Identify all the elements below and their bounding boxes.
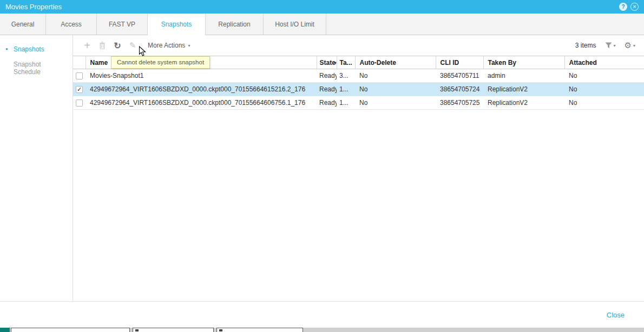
chevron-down-icon: ▾ bbox=[614, 43, 616, 48]
sidebar-item-snapshots[interactable]: ● Snapshots bbox=[0, 42, 73, 57]
column-header-cli-id[interactable]: CLI ID bbox=[436, 56, 483, 69]
cell-cli-id: 38654705724 bbox=[436, 83, 483, 96]
tooltip: Cannot delete system snapshot bbox=[111, 56, 210, 69]
more-actions-button[interactable]: More Actions ▾ bbox=[148, 42, 190, 49]
title-bar: Movies Properties ? × bbox=[0, 0, 644, 14]
column-header-attached[interactable]: Attached bbox=[564, 56, 644, 69]
column-header-taken[interactable]: Ta... bbox=[337, 56, 355, 69]
dialog-body: ● Snapshots Snapshot Schedule + bbox=[0, 35, 644, 301]
chevron-down-icon: ▾ bbox=[188, 43, 190, 48]
table-row[interactable]: Movies-Snapshot1 Ready 3... No 386547057… bbox=[73, 69, 644, 83]
filter-button[interactable]: ▾ bbox=[605, 42, 616, 49]
cell-attached: No bbox=[564, 83, 644, 96]
content-pane: + ↻ ✎ More Actions ▾ bbox=[73, 35, 644, 301]
row-checkbox[interactable]: ✓ bbox=[76, 86, 83, 93]
cell-cli-id: 38654705725 bbox=[436, 96, 483, 110]
cell-name: 42949672964_VIRT1606SBZDXD_0000.ckpt000_… bbox=[86, 96, 317, 110]
tab-snapshots[interactable]: Snapshots bbox=[148, 14, 206, 35]
sidebar-item-label: Snapshots bbox=[14, 45, 44, 53]
sort-desc-icon: ▾ bbox=[334, 61, 336, 65]
cell-attached: No bbox=[564, 96, 644, 110]
cell-taken: 3... bbox=[337, 69, 355, 83]
cell-taken-by: admin bbox=[483, 69, 564, 83]
dialog-title: Movies Properties bbox=[5, 3, 62, 11]
column-header-state[interactable]: State ▾ bbox=[317, 56, 337, 69]
tab-access[interactable]: Access bbox=[46, 14, 97, 35]
edit-snapshot-button[interactable]: ✎ bbox=[125, 41, 140, 50]
help-icon[interactable]: ? bbox=[619, 3, 627, 11]
cell-taken: 1... bbox=[337, 96, 355, 110]
cell-name: 42949672964_VIRT1606SBZDXD_0000.ckpt000_… bbox=[86, 83, 317, 96]
toolbar-right-group: 3 items ▾ ⚙ ▾ bbox=[575, 41, 635, 50]
tiny-icon bbox=[219, 329, 222, 331]
cell-auto-delete: No bbox=[355, 83, 436, 96]
check-icon: ✓ bbox=[77, 87, 82, 92]
column-header-taken-by[interactable]: Taken By bbox=[483, 56, 564, 69]
cell-taken: 1... bbox=[337, 83, 355, 96]
active-bullet-icon: ● bbox=[5, 47, 10, 51]
cell-state: Ready bbox=[317, 83, 337, 96]
table-row[interactable]: 42949672964_VIRT1606SBZDXD_0000.ckpt000_… bbox=[73, 96, 644, 110]
sidebar: ● Snapshots Snapshot Schedule bbox=[0, 35, 73, 301]
add-snapshot-button[interactable]: + bbox=[80, 39, 95, 52]
background-panel-fragment bbox=[216, 328, 303, 332]
cell-attached: No bbox=[564, 69, 644, 83]
sidebar-item-snapshot-schedule[interactable]: Snapshot Schedule bbox=[0, 57, 73, 79]
cell-taken-by: ReplicationV2 bbox=[483, 96, 564, 110]
tab-general[interactable]: General bbox=[0, 14, 46, 35]
cell-taken-by: ReplicationV2 bbox=[483, 83, 564, 96]
background-panel-fragment bbox=[11, 328, 130, 332]
tab-bar: General Access FAST VP Snapshots Replica… bbox=[0, 14, 644, 35]
sidebar-item-label: Snapshot Schedule bbox=[14, 61, 68, 76]
trash-icon bbox=[99, 42, 106, 49]
refresh-button[interactable]: ↻ bbox=[110, 41, 125, 51]
background-teal-fragment bbox=[0, 328, 10, 332]
settings-button[interactable]: ⚙ ▾ bbox=[625, 41, 635, 50]
filter-funnel-icon bbox=[605, 42, 612, 49]
column-header-label: State bbox=[320, 59, 336, 67]
close-button[interactable]: Close bbox=[607, 311, 625, 319]
row-checkbox[interactable] bbox=[76, 99, 83, 107]
column-header-auto-delete[interactable]: Auto-Delete bbox=[355, 56, 436, 69]
tab-fast-vp[interactable]: FAST VP bbox=[97, 14, 148, 35]
cell-auto-delete: No bbox=[355, 69, 436, 83]
cell-auto-delete: No bbox=[355, 96, 436, 110]
row-checkbox[interactable] bbox=[76, 72, 83, 79]
background-panel-fragment bbox=[133, 328, 214, 332]
items-count: 3 items bbox=[575, 42, 596, 49]
table-row[interactable]: ✓ 42949672964_VIRT1606SBZDXD_0000.ckpt00… bbox=[73, 83, 644, 96]
snapshot-toolbar: + ↻ ✎ More Actions ▾ bbox=[73, 35, 644, 56]
chevron-down-icon: ▾ bbox=[633, 43, 635, 48]
cell-cli-id: 38654705711 bbox=[436, 69, 483, 83]
cell-state: Ready bbox=[317, 96, 337, 110]
titlebar-icons: ? × bbox=[619, 3, 639, 11]
movies-properties-dialog: Movies Properties ? × General Access FAS… bbox=[0, 0, 644, 332]
gear-icon: ⚙ bbox=[625, 41, 632, 50]
more-actions-label: More Actions bbox=[148, 42, 185, 49]
delete-snapshot-button[interactable] bbox=[95, 42, 110, 49]
cell-name: Movies-Snapshot1 bbox=[86, 69, 317, 83]
cell-state: Ready bbox=[317, 69, 337, 83]
tab-replication[interactable]: Replication bbox=[206, 14, 264, 35]
tiny-icon bbox=[135, 329, 139, 331]
tab-host-io-limit[interactable]: Host I/O Limit bbox=[264, 14, 326, 35]
background-window-strip bbox=[0, 328, 644, 332]
dialog-footer: Close bbox=[0, 301, 644, 328]
header-checkbox-cell bbox=[73, 56, 86, 69]
close-icon[interactable]: × bbox=[630, 3, 639, 11]
